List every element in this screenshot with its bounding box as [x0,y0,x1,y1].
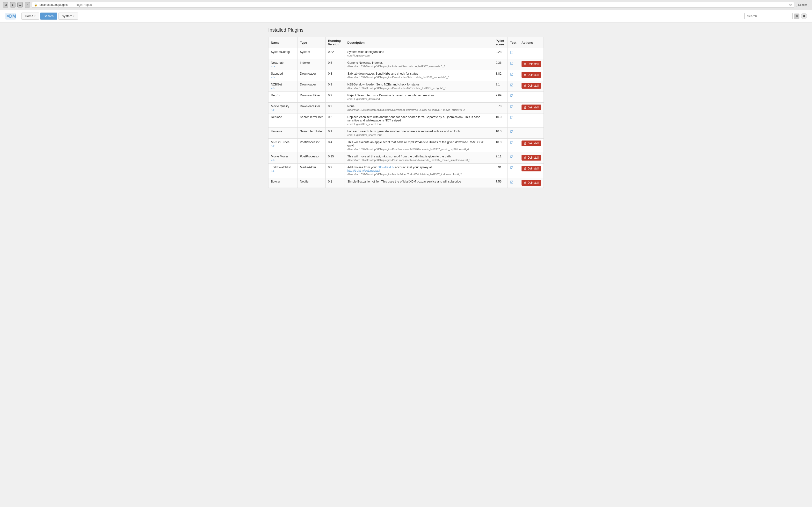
plugin-pylint-cell: 10.0 [493,113,507,128]
brand: ✕ DM [5,12,16,20]
nav-system[interactable]: System ▾ [58,12,78,19]
nav-search[interactable]: Search [40,12,57,19]
plugin-actions-cell: 🗑 Deinstall [519,153,544,164]
table-row: SystemConfigSystem0.22System wide config… [268,48,544,59]
test-checkbox[interactable]: ☑ [510,116,514,120]
plugin-desc-link2[interactable]: http://trakt.tv/settings/api [347,169,380,172]
plugin-actions-cell: 🗑 Deinstall [519,70,544,81]
plugin-version-cell: 0.1 [325,178,345,188]
navbar: ✕ DM Home ▾ Search System ▾ ✕ 0 [0,10,812,22]
plugin-pylint-cell: 9.36 [493,59,507,70]
plugin-code-link[interactable]: </> [271,76,295,79]
test-checkbox[interactable]: ☑ [510,155,514,159]
plugin-desc-cell: Generic Newznab indexer./Users/lad1337/D… [345,59,493,70]
plugin-name: NZBGet [271,83,295,86]
plugin-desc-cell: This will execute an apple script that a… [345,138,493,153]
plugin-type-cell: Notifier [298,178,325,188]
table-row: ReplaceSearchTermFilter0.2Replace each i… [268,113,544,128]
reader-button[interactable]: Reader [796,3,809,7]
plugin-name-cell: Replace [268,113,298,128]
plugin-desc-cell: Reject Search terms or Downloads based o… [345,92,493,103]
deinstall-button[interactable]: 🗑 Deinstall [521,83,541,89]
table-row: BoxcarNotifier0.1Simple Boxcar.io notifi… [268,178,544,188]
plugin-path: corePlugins/filter_searchTerm [347,133,491,136]
deinstall-button[interactable]: 🗑 Deinstall [521,140,541,146]
plugin-name: Movie Mover [271,155,295,158]
plugin-pylint-cell: 9.28 [493,48,507,59]
plugin-type-cell: SearchTermFilter [298,113,325,128]
browser-chrome: ◀ ▶ ☁ ↗ 🔒 localhost:8085/plugins/ — Plug… [0,0,812,10]
forward-button[interactable]: ▶ [10,2,15,7]
test-checkbox[interactable]: ☑ [510,130,514,134]
test-checkbox[interactable]: ☑ [510,105,514,109]
plugin-name-cell: RegEx [268,92,298,103]
plugin-code-link[interactable]: </> [271,169,295,172]
plugin-desc-cell: Add movies from your http://trakt.tv acc… [345,164,493,178]
plugin-pylint-cell: 8.82 [493,70,507,81]
plugin-version-cell: 0.2 [325,113,345,128]
plugin-path: corePlugins/filter_download [347,98,491,101]
plugin-code-link[interactable]: </> [271,65,295,68]
plugin-desc-text: NZBGet downloader. Send NZBs and check f… [347,83,419,86]
plugin-name-cell: SystemConfig [268,48,298,59]
cloud-button[interactable]: ☁ [17,2,23,7]
search-clear-button[interactable]: ✕ [794,13,800,19]
notification-badge[interactable]: 0 [801,13,807,19]
test-checkbox[interactable]: ☑ [510,61,514,65]
table-row: Newznab</>Indexer0.5Generic Newznab inde… [268,59,544,70]
plugin-desc-text: This will move all the avi, mkv, iso, mp… [347,155,451,158]
col-header-desc: Description [345,37,493,48]
plugin-name: Boxcar [271,180,295,183]
test-checkbox[interactable]: ☑ [510,83,514,87]
plugin-test-cell: ☑ [507,138,519,153]
back-button[interactable]: ◀ [3,2,8,7]
plugin-name: Umlaute [271,130,295,133]
reload-button[interactable]: ↻ [789,3,792,7]
plugin-actions-cell: 🗑 Deinstall [519,164,544,178]
plugin-test-cell: ☑ [507,128,519,138]
test-checkbox[interactable]: ☑ [510,180,514,184]
plugin-name: Newznab [271,61,295,64]
plugin-code-link[interactable]: </> [271,87,295,90]
nav-home[interactable]: Home ▾ [21,12,39,19]
plugin-type-cell: Downloader [298,81,325,92]
plugin-desc-text: Sabnzb downloader. Send Nzbs and check f… [347,72,418,75]
plugin-test-cell: ☑ [507,103,519,113]
deinstall-button[interactable]: 🗑 Deinstall [521,166,541,171]
plugin-type-cell: MediaAdder [298,164,325,178]
plugin-name: Trakt Watchlist [271,166,295,169]
plugin-path: /Users/lad1337/Desktop/XDM/plugins/Media… [347,173,491,176]
plugin-pylint-cell: 8.1 [493,81,507,92]
plugin-name-cell: MP3 2 iTunes</> [268,138,298,153]
deinstall-button[interactable]: 🗑 Deinstall [521,105,541,110]
test-checkbox[interactable]: ☑ [510,94,514,98]
plugin-version-cell: 0.2 [325,92,345,103]
nav-search-group: ✕ 0 [744,13,807,19]
plugin-desc-cell: Sabnzb downloader. Send Nzbs and check f… [345,70,493,81]
plugin-name: Movie Quality [271,105,295,108]
search-input[interactable] [744,13,793,19]
test-checkbox[interactable]: ☑ [510,72,514,76]
app-container: ✕ DM Home ▾ Search System ▾ ✕ 0 Installe… [0,10,812,507]
deinstall-button[interactable]: 🗑 Deinstall [521,72,541,78]
test-checkbox[interactable]: ☑ [510,50,514,55]
plugin-version-cell: 0.22 [325,48,345,59]
test-checkbox[interactable]: ☑ [510,141,514,145]
plugin-code-link[interactable]: </> [271,159,295,162]
deinstall-button[interactable]: 🗑 Deinstall [521,180,541,186]
col-header-version: Running Version [325,37,345,48]
plugin-actions-cell [519,48,544,59]
plugin-code-link[interactable]: </> [271,108,295,111]
share-button[interactable]: ↗ [24,2,30,7]
brand-logo: ✕ DM [5,12,16,20]
col-header-test: Test [507,37,519,48]
deinstall-button[interactable]: 🗑 Deinstall [521,61,541,67]
plugin-code-link[interactable]: </> [271,145,295,147]
test-checkbox[interactable]: ☑ [510,166,514,170]
address-bar[interactable]: 🔒 localhost:8085/plugins/ — Plugin Repos… [32,2,794,8]
plugin-path: /Users/lad1337/Desktop/XDM/plugins/Downl… [347,87,491,90]
plugin-desc-text: None [347,105,355,108]
plugin-desc-link1[interactable]: http://trakt.tv [377,166,394,169]
plugin-desc-cell: For each search term generate another on… [345,128,493,138]
deinstall-button[interactable]: 🗑 Deinstall [521,155,541,161]
